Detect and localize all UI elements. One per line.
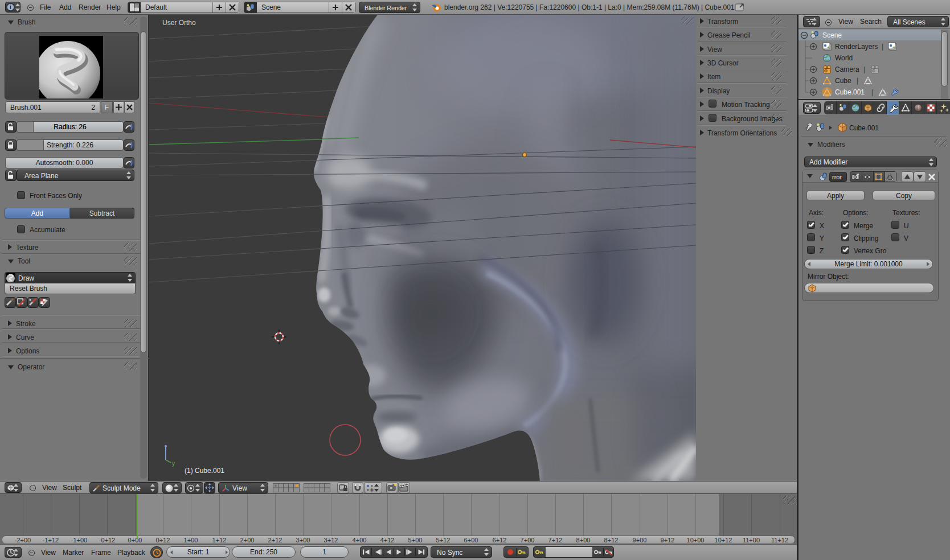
svg-text:i: i (10, 4, 11, 10)
svg-text:|: | (871, 88, 873, 96)
svg-text:|: | (882, 43, 883, 51)
svg-text:Cube.001: Cube.001 (835, 88, 865, 96)
svg-text:Cube.001: Cube.001 (849, 124, 879, 132)
svg-text:Scene: Scene (822, 31, 842, 39)
svg-text:|: | (857, 77, 858, 85)
svg-text:|: | (863, 65, 865, 73)
svg-text:Camera: Camera (835, 65, 859, 73)
svg-text:RenderLayers: RenderLayers (835, 43, 878, 51)
svg-text:World: World (835, 54, 853, 62)
svg-text:y: y (172, 460, 175, 467)
svg-text:Cube: Cube (835, 77, 851, 85)
